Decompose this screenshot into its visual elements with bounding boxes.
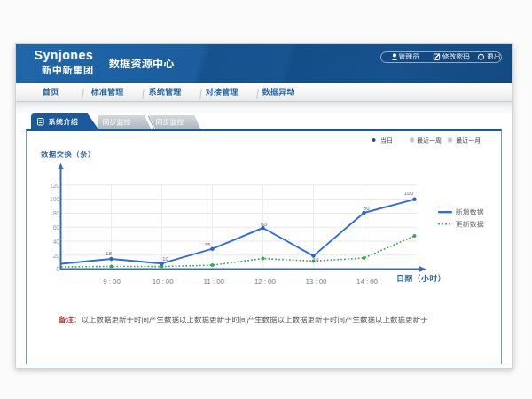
svg-text:80: 80: [364, 205, 370, 211]
svg-text:18: 18: [106, 250, 112, 256]
svg-text:14 : 00: 14 : 00: [356, 278, 379, 286]
svg-text:0: 0: [56, 266, 59, 272]
svg-text:10: 10: [313, 256, 319, 262]
svg-text:120: 120: [50, 183, 59, 189]
svg-text:12 : 00: 12 : 00: [254, 278, 277, 286]
svg-text:11 : 00: 11 : 00: [204, 278, 225, 286]
svg-text:100: 100: [404, 190, 414, 196]
svg-text:40: 40: [53, 239, 60, 245]
svg-text:10: 10: [162, 255, 168, 262]
svg-text:100: 100: [50, 196, 59, 202]
svg-text:10 : 00: 10 : 00: [153, 278, 175, 286]
svg-text:80: 80: [53, 210, 60, 216]
svg-text:60: 60: [53, 224, 60, 231]
svg-text:13 : 00: 13 : 00: [305, 278, 327, 286]
svg-text:20: 20: [53, 253, 60, 259]
svg-text:9 : 00: 9 : 00: [103, 278, 121, 286]
svg-text:35: 35: [205, 241, 211, 247]
svg-text:60: 60: [261, 221, 267, 227]
